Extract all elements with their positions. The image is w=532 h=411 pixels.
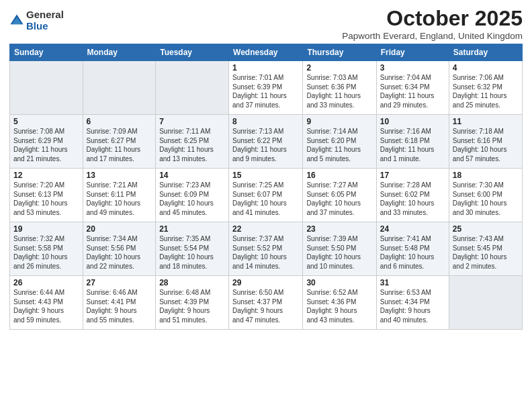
month-title: October 2025 <box>342 7 523 30</box>
col-monday: Monday <box>83 44 156 61</box>
day-number: 21 <box>159 224 225 234</box>
logo-icon <box>9 13 24 28</box>
col-sunday: Sunday <box>10 44 83 61</box>
calendar-cell: 24Sunrise: 7:41 AM Sunset: 5:48 PM Dayli… <box>376 222 449 276</box>
day-info: Sunrise: 7:16 AM Sunset: 6:18 PM Dayligh… <box>380 127 445 163</box>
day-number: 27 <box>87 278 152 287</box>
calendar-cell: 30Sunrise: 6:52 AM Sunset: 4:36 PM Dayli… <box>303 276 376 330</box>
calendar-cell: 10Sunrise: 7:16 AM Sunset: 6:18 PM Dayli… <box>376 115 449 169</box>
calendar-cell: 1Sunrise: 7:01 AM Sunset: 6:39 PM Daylig… <box>229 61 303 115</box>
day-number: 18 <box>453 171 519 180</box>
day-info: Sunrise: 7:41 AM Sunset: 5:48 PM Dayligh… <box>380 234 445 271</box>
calendar-cell: 12Sunrise: 7:20 AM Sunset: 6:13 PM Dayli… <box>10 169 83 222</box>
calendar-cell: 21Sunrise: 7:35 AM Sunset: 5:54 PM Dayli… <box>156 222 229 276</box>
day-info: Sunrise: 6:48 AM Sunset: 4:39 PM Dayligh… <box>159 288 225 324</box>
calendar-cell: 5Sunrise: 7:08 AM Sunset: 6:29 PM Daylig… <box>10 115 83 169</box>
day-info: Sunrise: 7:32 AM Sunset: 5:58 PM Dayligh… <box>13 234 79 271</box>
calendar-cell: 31Sunrise: 6:53 AM Sunset: 4:34 PM Dayli… <box>376 276 449 330</box>
day-number: 7 <box>159 117 225 126</box>
day-info: Sunrise: 7:23 AM Sunset: 6:09 PM Dayligh… <box>159 181 225 217</box>
day-info: Sunrise: 7:21 AM Sunset: 6:11 PM Dayligh… <box>87 181 152 217</box>
calendar-cell: 15Sunrise: 7:25 AM Sunset: 6:07 PM Dayli… <box>229 169 303 222</box>
col-tuesday: Tuesday <box>156 44 229 61</box>
calendar-cell: 27Sunrise: 6:46 AM Sunset: 4:41 PM Dayli… <box>83 276 156 330</box>
day-number: 9 <box>306 117 372 126</box>
day-number: 31 <box>380 278 445 287</box>
day-info: Sunrise: 7:11 AM Sunset: 6:25 PM Dayligh… <box>159 127 225 163</box>
calendar-cell: 11Sunrise: 7:18 AM Sunset: 6:16 PM Dayli… <box>449 115 522 169</box>
day-info: Sunrise: 6:44 AM Sunset: 4:43 PM Dayligh… <box>13 288 79 324</box>
day-info: Sunrise: 7:35 AM Sunset: 5:54 PM Dayligh… <box>159 234 225 271</box>
day-info: Sunrise: 6:46 AM Sunset: 4:41 PM Dayligh… <box>87 288 152 324</box>
day-number: 19 <box>13 224 79 234</box>
day-number: 14 <box>159 171 225 180</box>
day-number: 23 <box>306 224 372 234</box>
logo-general: General <box>26 9 64 21</box>
day-info: Sunrise: 7:18 AM Sunset: 6:16 PM Dayligh… <box>453 127 519 163</box>
day-number: 4 <box>453 63 519 73</box>
calendar-cell: 17Sunrise: 7:28 AM Sunset: 6:02 PM Dayli… <box>376 169 449 222</box>
day-info: Sunrise: 7:25 AM Sunset: 6:07 PM Dayligh… <box>232 181 299 217</box>
calendar-cell: 2Sunrise: 7:03 AM Sunset: 6:36 PM Daylig… <box>303 61 376 115</box>
calendar-table: Sunday Monday Tuesday Wednesday Thursday… <box>9 44 523 330</box>
calendar-cell: 28Sunrise: 6:48 AM Sunset: 4:39 PM Dayli… <box>156 276 229 330</box>
logo-blue: Blue <box>26 21 64 32</box>
day-number: 12 <box>13 171 79 180</box>
day-number: 15 <box>232 171 299 180</box>
day-info: Sunrise: 7:30 AM Sunset: 6:00 PM Dayligh… <box>453 181 519 217</box>
day-number: 16 <box>306 171 372 180</box>
day-info: Sunrise: 7:08 AM Sunset: 6:29 PM Dayligh… <box>13 127 79 163</box>
calendar-cell: 7Sunrise: 7:11 AM Sunset: 6:25 PM Daylig… <box>156 115 229 169</box>
calendar-cell: 26Sunrise: 6:44 AM Sunset: 4:43 PM Dayli… <box>10 276 83 330</box>
calendar-cell <box>10 61 83 115</box>
col-wednesday: Wednesday <box>229 44 303 61</box>
day-number: 17 <box>380 171 445 180</box>
calendar-cell: 23Sunrise: 7:39 AM Sunset: 5:50 PM Dayli… <box>303 222 376 276</box>
day-number: 20 <box>87 224 152 234</box>
logo-text: General Blue <box>26 9 64 32</box>
calendar-cell <box>83 61 156 115</box>
location: Papworth Everard, England, United Kingdo… <box>342 31 523 41</box>
day-info: Sunrise: 7:09 AM Sunset: 6:27 PM Dayligh… <box>87 127 152 163</box>
logo: General Blue <box>9 9 64 32</box>
calendar-cell: 25Sunrise: 7:43 AM Sunset: 5:45 PM Dayli… <box>449 222 522 276</box>
day-info: Sunrise: 7:34 AM Sunset: 5:56 PM Dayligh… <box>87 234 152 271</box>
calendar-cell: 4Sunrise: 7:06 AM Sunset: 6:32 PM Daylig… <box>449 61 522 115</box>
day-number: 11 <box>453 117 519 126</box>
day-number: 22 <box>232 224 299 234</box>
header-row: Sunday Monday Tuesday Wednesday Thursday… <box>10 44 523 61</box>
calendar-cell: 3Sunrise: 7:04 AM Sunset: 6:34 PM Daylig… <box>376 61 449 115</box>
day-info: Sunrise: 7:39 AM Sunset: 5:50 PM Dayligh… <box>306 234 372 271</box>
day-number: 3 <box>380 63 445 73</box>
day-number: 30 <box>306 278 372 287</box>
day-info: Sunrise: 7:14 AM Sunset: 6:20 PM Dayligh… <box>306 127 372 163</box>
title-block: October 2025 Papworth Everard, England, … <box>342 7 523 41</box>
day-info: Sunrise: 6:52 AM Sunset: 4:36 PM Dayligh… <box>306 288 372 324</box>
calendar-cell: 20Sunrise: 7:34 AM Sunset: 5:56 PM Dayli… <box>83 222 156 276</box>
day-info: Sunrise: 6:53 AM Sunset: 4:34 PM Dayligh… <box>380 288 445 324</box>
day-number: 26 <box>13 278 79 287</box>
calendar-cell <box>156 61 229 115</box>
calendar-cell: 14Sunrise: 7:23 AM Sunset: 6:09 PM Dayli… <box>156 169 229 222</box>
calendar-week-4: 19Sunrise: 7:32 AM Sunset: 5:58 PM Dayli… <box>10 222 523 276</box>
calendar-cell: 6Sunrise: 7:09 AM Sunset: 6:27 PM Daylig… <box>83 115 156 169</box>
calendar-cell: 9Sunrise: 7:14 AM Sunset: 6:20 PM Daylig… <box>303 115 376 169</box>
day-info: Sunrise: 7:43 AM Sunset: 5:45 PM Dayligh… <box>453 234 519 271</box>
day-info: Sunrise: 7:03 AM Sunset: 6:36 PM Dayligh… <box>306 73 372 109</box>
calendar-cell: 22Sunrise: 7:37 AM Sunset: 5:52 PM Dayli… <box>229 222 303 276</box>
day-number: 8 <box>232 117 299 126</box>
day-info: Sunrise: 7:28 AM Sunset: 6:02 PM Dayligh… <box>380 181 445 217</box>
calendar-week-2: 5Sunrise: 7:08 AM Sunset: 6:29 PM Daylig… <box>10 115 523 169</box>
day-info: Sunrise: 7:06 AM Sunset: 6:32 PM Dayligh… <box>453 73 519 109</box>
day-info: Sunrise: 7:13 AM Sunset: 6:22 PM Dayligh… <box>232 127 299 163</box>
day-info: Sunrise: 7:27 AM Sunset: 6:05 PM Dayligh… <box>306 181 372 217</box>
day-info: Sunrise: 6:50 AM Sunset: 4:37 PM Dayligh… <box>232 288 299 324</box>
calendar-cell: 19Sunrise: 7:32 AM Sunset: 5:58 PM Dayli… <box>10 222 83 276</box>
page: General Blue October 2025 Papworth Evera… <box>0 0 532 411</box>
day-number: 5 <box>13 117 79 126</box>
day-info: Sunrise: 7:37 AM Sunset: 5:52 PM Dayligh… <box>232 234 299 271</box>
calendar-week-5: 26Sunrise: 6:44 AM Sunset: 4:43 PM Dayli… <box>10 276 523 330</box>
calendar-week-3: 12Sunrise: 7:20 AM Sunset: 6:13 PM Dayli… <box>10 169 523 222</box>
day-number: 28 <box>159 278 225 287</box>
day-number: 6 <box>87 117 152 126</box>
